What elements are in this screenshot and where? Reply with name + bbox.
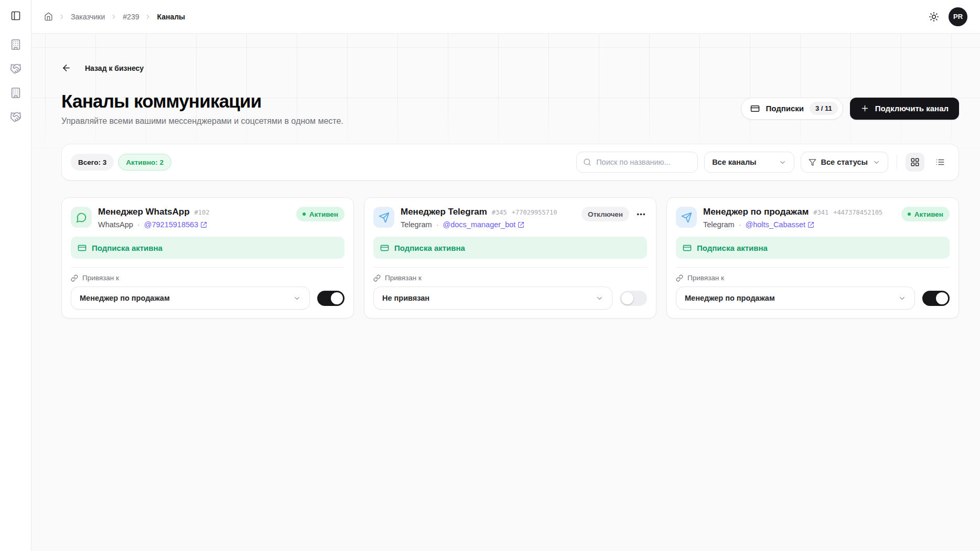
- external-link-icon: [518, 221, 524, 228]
- page-subtitle: Управляйте всеми вашими мессенджерами и …: [61, 116, 343, 126]
- chevron-down-icon: [779, 158, 787, 166]
- external-link-icon: [200, 221, 207, 228]
- channel-platform: Telegram: [401, 220, 432, 229]
- plus-icon: [860, 104, 869, 113]
- channel-handle-link[interactable]: @holts_Cabasset: [745, 220, 814, 229]
- breadcrumb: Заказчики #239 Каналы: [44, 12, 185, 21]
- sun-icon: [929, 12, 939, 22]
- chevron-down-icon: [873, 158, 880, 166]
- credit-card-icon: [683, 243, 692, 252]
- handshake-icon: [10, 63, 21, 75]
- breadcrumb-current: Каналы: [157, 13, 185, 21]
- credit-card-icon: [78, 243, 87, 252]
- chevron-right-icon: [144, 13, 152, 20]
- page-heading: Каналы коммуникации Управляйте всеми ваш…: [61, 91, 343, 126]
- breadcrumb-customers[interactable]: Заказчики: [71, 13, 105, 21]
- page-title: Каналы коммуникации: [61, 91, 343, 112]
- chevron-down-icon: [293, 294, 301, 302]
- card-menu-button[interactable]: ⋯: [636, 208, 647, 221]
- channel-card-whatsapp: Менеджер WhatsApp #102 WhatsApp · @79215…: [61, 197, 354, 319]
- grid-view-button[interactable]: [906, 153, 924, 172]
- list-icon: [935, 157, 945, 167]
- main-content: Назад к бизнесу Каналы коммуникации Упра…: [31, 34, 980, 551]
- whatsapp-icon: [71, 207, 92, 228]
- chevron-down-icon: [898, 294, 906, 302]
- channel-title: Менеджер WhatsApp: [98, 207, 190, 217]
- search-icon: [583, 158, 591, 166]
- channel-title: Менеджер Telegram: [401, 207, 487, 217]
- channel-enabled-toggle[interactable]: [922, 291, 950, 306]
- channel-platform: Telegram: [703, 220, 735, 229]
- channel-id: #345: [492, 209, 507, 216]
- credit-card-icon: [380, 243, 389, 252]
- sidebar: [0, 0, 31, 551]
- separator-dot: ·: [436, 220, 439, 229]
- status-badge: Активен: [296, 207, 344, 221]
- separator-dot: ·: [137, 220, 140, 229]
- filter-bar: Всего: 3 Активно: 2 Все каналы: [61, 144, 959, 181]
- avatar[interactable]: PR: [949, 7, 967, 26]
- linked-business-select[interactable]: Менеджер по продажам: [676, 287, 915, 310]
- linked-to-label: Привязан к: [373, 274, 647, 282]
- theme-toggle-button[interactable]: [929, 12, 939, 22]
- telegram-icon: [373, 207, 394, 228]
- total-count-chip: Всего: 3: [71, 154, 114, 171]
- channel-enabled-toggle[interactable]: [620, 291, 647, 306]
- channel-cards: Менеджер WhatsApp #102 WhatsApp · @79215…: [61, 197, 959, 319]
- filter-funnel-icon: [809, 158, 816, 166]
- back-to-business-link[interactable]: Назад к бизнесу: [61, 63, 144, 73]
- arrow-left-icon: [61, 63, 71, 73]
- channel-phone: +77029955710: [512, 209, 557, 216]
- channel-type-select[interactable]: Все каналы: [704, 152, 794, 173]
- breadcrumb-business-id[interactable]: #239: [123, 13, 139, 21]
- topbar-actions: PR: [929, 7, 967, 26]
- channel-platform: WhatsApp: [98, 220, 133, 229]
- subscriptions-button[interactable]: Подписки 3 / 11: [741, 98, 843, 120]
- channel-title: Менеджер по продажам: [703, 207, 809, 217]
- status-filter-select[interactable]: Все статусы: [801, 152, 888, 173]
- channel-enabled-toggle[interactable]: [317, 291, 344, 306]
- channel-type-value: Все каналы: [712, 158, 756, 166]
- subscription-banner: Подписка активна: [71, 237, 344, 259]
- home-icon: [44, 12, 53, 21]
- sidebar-item-partners-1[interactable]: [9, 62, 23, 76]
- linked-business-select[interactable]: Менеджер по продажам: [71, 287, 310, 310]
- search-box: [576, 152, 698, 173]
- list-view-button[interactable]: [931, 153, 950, 172]
- divider: [676, 267, 950, 268]
- handshake-icon: [10, 111, 21, 123]
- separator-dot: ·: [739, 220, 741, 229]
- back-label: Назад к бизнесу: [85, 64, 144, 72]
- panel-left-icon: [10, 10, 21, 21]
- channel-handle-link[interactable]: @docs_manager_bot: [443, 220, 524, 229]
- subscription-banner: Подписка активна: [373, 237, 647, 259]
- divider: [71, 267, 344, 268]
- building-icon: [10, 87, 21, 99]
- channel-id: #102: [195, 209, 210, 216]
- connect-channel-label: Подключить канал: [875, 104, 949, 113]
- status-dot: [303, 213, 306, 216]
- status-badge: Отключен: [581, 207, 629, 221]
- telegram-icon: [676, 207, 697, 228]
- building-icon: [10, 39, 21, 50]
- channel-card-telegram-docs: Менеджер Telegram #345 +77029955710 Tele…: [364, 197, 656, 319]
- sidebar-item-partners-2[interactable]: [9, 110, 23, 124]
- channel-handle-link[interactable]: @79215918563: [144, 220, 207, 229]
- connect-channel-button[interactable]: Подключить канал: [850, 98, 959, 120]
- app-root: Заказчики #239 Каналы PR: [0, 0, 980, 551]
- external-link-icon: [807, 221, 814, 228]
- sidebar-toggle-button[interactable]: [10, 10, 21, 21]
- divider: [373, 267, 647, 268]
- linked-to-label: Привязан к: [71, 274, 344, 282]
- home-button[interactable]: [44, 12, 53, 21]
- link-icon: [71, 274, 78, 282]
- subscriptions-label: Подписки: [766, 104, 804, 113]
- search-input[interactable]: [596, 158, 691, 166]
- active-count-chip: Активно: 2: [118, 154, 171, 171]
- sidebar-item-business-2[interactable]: [9, 86, 23, 100]
- linked-business-select[interactable]: Не привязан: [373, 287, 612, 310]
- sidebar-item-business-1[interactable]: [9, 38, 23, 51]
- channel-card-telegram-sales: Менеджер по продажам #341 +447378452105 …: [666, 197, 959, 319]
- header-actions: Подписки 3 / 11 Подключить канал: [741, 98, 959, 120]
- divider: [897, 155, 897, 169]
